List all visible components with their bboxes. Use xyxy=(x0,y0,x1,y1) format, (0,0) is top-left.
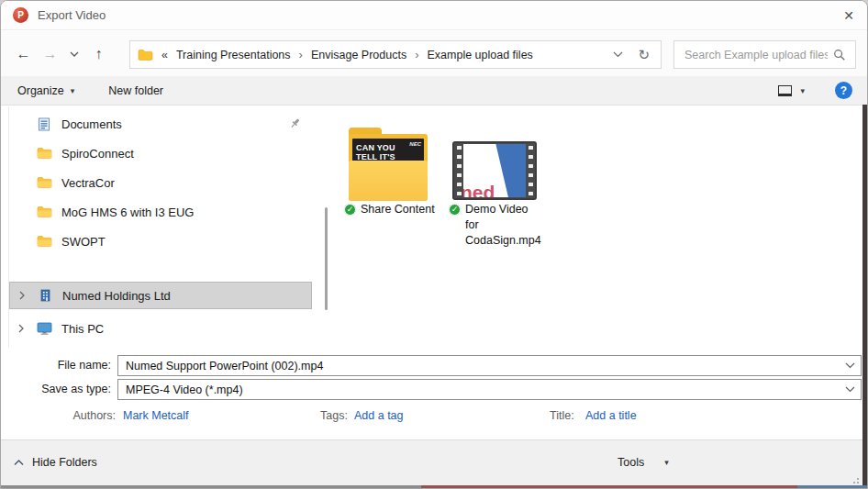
sidebar-item-label: VectraCor xyxy=(61,176,115,190)
file-name-combo xyxy=(117,355,862,376)
computer-icon xyxy=(33,322,55,335)
up-icon[interactable]: ↑ xyxy=(85,46,112,62)
chevron-up-icon xyxy=(14,460,24,466)
close-icon[interactable]: ✕ xyxy=(830,1,867,30)
expand-chevron-icon[interactable] xyxy=(9,324,33,333)
hide-folders-label: Hide Folders xyxy=(32,456,97,469)
folder-icon xyxy=(33,147,55,160)
help-icon[interactable]: ? xyxy=(835,82,852,99)
breadcrumb-separator-icon: › xyxy=(295,48,306,61)
building-icon xyxy=(34,289,56,302)
sidebar-item-label: Documents xyxy=(61,117,122,131)
window-title: Export Video xyxy=(38,8,106,22)
sidebar-item-numed-holdings[interactable]: Numed Holdings Ltd xyxy=(9,282,312,309)
search-input[interactable] xyxy=(674,49,833,61)
folder-icon xyxy=(33,176,55,189)
search-icon[interactable] xyxy=(833,49,846,61)
tools-label: Tools xyxy=(618,456,644,469)
file-list: CAN YOU TELL IT'S NEC ✓ Share Content xyxy=(328,106,862,348)
folder-icon xyxy=(33,206,55,218)
add-tag-link[interactable]: Add a tag xyxy=(354,409,404,422)
background-window-bottom-edge xyxy=(1,485,867,488)
sidebar-item-label: This PC xyxy=(61,322,104,336)
file-name-label: File name: xyxy=(1,359,111,372)
sidebar-item-label: SpiroConnect xyxy=(61,147,134,161)
document-icon xyxy=(33,117,55,131)
file-name-label: Demo Video for CodaSign.mp4 xyxy=(465,202,541,249)
organize-label: Organize xyxy=(17,84,64,97)
sync-status-icon: ✓ xyxy=(449,204,461,216)
breadcrumb-item-training-presentations[interactable]: Training Presentations xyxy=(172,49,295,61)
preview-logo: ned xyxy=(463,182,495,197)
breadcrumb-item-envisage-products[interactable]: Envisage Products xyxy=(306,49,411,61)
pin-icon xyxy=(289,117,301,129)
chevron-down-icon: ▾ xyxy=(71,86,75,95)
tags-label: Tags: xyxy=(320,409,348,422)
authors-value-link[interactable]: Mark Metcalf xyxy=(123,409,189,422)
dialog-content: Documents SpiroConnect VectraCor xyxy=(1,106,867,348)
film-sprockets xyxy=(454,143,463,198)
film-sprockets xyxy=(526,143,535,198)
sidebar-item-swopt[interactable]: SWOPT xyxy=(9,227,312,256)
sidebar-item-this-pc[interactable]: This PC xyxy=(9,315,312,342)
preview-caption-line: CAN YOU xyxy=(356,143,395,152)
tools-menu-button[interactable]: Tools ▾ xyxy=(618,456,669,469)
sidebar-item-documents[interactable]: Documents xyxy=(9,109,312,139)
export-video-dialog: P Export Video ✕ ← → ↑ « Training Presen… xyxy=(0,0,868,489)
back-icon[interactable]: ← xyxy=(10,46,37,62)
breadcrumb-item-example-upload-files[interactable]: Example upload files xyxy=(422,49,537,61)
video-thumbnail-icon: ned xyxy=(447,116,542,202)
command-toolbar: Organize ▾ New folder ▾ ? xyxy=(1,76,867,106)
save-fields: File name: Save as type: MPEG-4 Video (*… xyxy=(1,348,867,439)
sidebar-item-spiroconnect[interactable]: SpiroConnect xyxy=(9,139,312,168)
nav-buttons: ← → ↑ xyxy=(10,31,112,76)
title-label: Title: xyxy=(550,409,574,422)
powerpoint-icon: P xyxy=(13,7,28,23)
background-window-edge xyxy=(862,105,867,488)
file-item-demo-video[interactable]: ned ✓ Demo Video for CodaSign.mp4 xyxy=(447,116,542,249)
dialog-footer: Hide Folders Tools ▾ Export Cancel xyxy=(1,439,867,487)
title-bar: P Export Video ✕ xyxy=(1,1,867,30)
video-preview-image: ned xyxy=(463,144,526,197)
search-box xyxy=(673,40,856,69)
file-name-label: Share Content xyxy=(361,202,435,217)
file-name-dropdown-chevron-icon[interactable] xyxy=(839,362,861,369)
breadcrumb-overflow[interactable]: « xyxy=(161,49,168,61)
change-view-icon[interactable] xyxy=(778,85,792,96)
file-name-input[interactable] xyxy=(118,360,839,372)
navigation-pane: Documents SpiroConnect VectraCor xyxy=(8,106,313,348)
recent-locations-chevron-icon[interactable] xyxy=(63,51,85,57)
sidebar-item-vectracor[interactable]: VectraCor xyxy=(9,168,312,197)
folder-icon xyxy=(33,235,55,248)
folder-icon xyxy=(138,49,153,61)
new-folder-button[interactable]: New folder xyxy=(108,84,163,97)
save-as-type-value: MPEG-4 Video (*.mp4) xyxy=(118,383,839,396)
breadcrumb-separator-icon: › xyxy=(411,48,422,61)
save-as-type-select[interactable]: MPEG-4 Video (*.mp4) xyxy=(117,379,862,400)
address-dropdown-chevron-icon[interactable] xyxy=(613,51,623,58)
preview-logo: NEC xyxy=(409,141,421,147)
sidebar-item-mog-hms[interactable]: MoG HMS 6 with I3 EUG xyxy=(9,197,312,227)
view-dropdown-chevron-icon[interactable]: ▾ xyxy=(800,86,805,95)
hide-folders-button[interactable]: Hide Folders xyxy=(14,456,97,469)
sidebar-item-label: SWOPT xyxy=(61,235,106,249)
sidebar-item-label: MoG HMS 6 with I3 EUG xyxy=(61,206,194,219)
sync-status-icon: ✓ xyxy=(344,204,356,216)
organize-menu-button[interactable]: Organize ▾ xyxy=(17,84,74,97)
expand-chevron-icon[interactable] xyxy=(10,291,34,300)
breadcrumb[interactable]: « Training Presentations › Envisage Prod… xyxy=(129,40,662,69)
add-title-link[interactable]: Add a title xyxy=(585,409,637,422)
file-item-share-content[interactable]: CAN YOU TELL IT'S NEC ✓ Share Content xyxy=(342,116,438,217)
sidebar-item-label: Numed Holdings Ltd xyxy=(62,289,171,303)
refresh-icon[interactable]: ↻ xyxy=(638,47,650,63)
save-as-type-label: Save as type: xyxy=(1,383,111,395)
save-as-type-dropdown-chevron-icon[interactable] xyxy=(839,386,861,393)
navigation-bar: ← → ↑ « Training Presentations › Envisag… xyxy=(1,31,867,76)
chevron-down-icon: ▾ xyxy=(664,458,669,467)
folder-thumbnail-icon: CAN YOU TELL IT'S NEC xyxy=(342,116,438,202)
authors-label: Authors: xyxy=(1,409,116,422)
forward-icon[interactable]: → xyxy=(37,46,63,62)
